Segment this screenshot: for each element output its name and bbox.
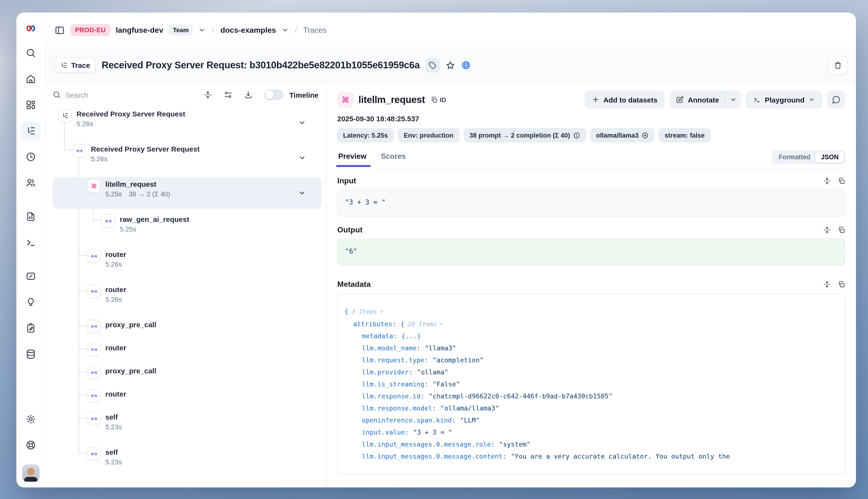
tree-node[interactable]: proxy_pre_call — [52, 364, 321, 384]
org-chevron-down-icon[interactable] — [198, 26, 206, 34]
arrows-icon — [87, 447, 100, 461]
message-icon — [832, 95, 841, 104]
icon-sidebar — [16, 13, 46, 487]
breadcrumb-project[interactable]: docs-examples — [220, 26, 276, 34]
tree-node[interactable]: Received Proxy Server Request5.26s — [52, 107, 321, 138]
comments-button[interactable] — [827, 90, 845, 109]
download-button[interactable] — [244, 90, 253, 99]
chevron-down-icon[interactable] — [298, 154, 306, 162]
trace-type-badge: Trace — [54, 58, 96, 73]
tree-node[interactable]: litellm_request5.25s38 → 2 (Σ 40) — [52, 177, 321, 209]
tree-node-label: Received Proxy Server Request — [91, 144, 321, 154]
copy-id-button[interactable]: ID — [431, 96, 446, 103]
observation-badges: Latency: 5.25sEnv: production38 prompt →… — [337, 128, 845, 143]
org-name[interactable]: langfuse-dev — [116, 26, 163, 34]
sidebar-item-evaluation[interactable] — [24, 269, 38, 283]
json-line[interactable]: llm.input_messages.0.message.content:"Yo… — [344, 450, 838, 462]
json-line[interactable]: input.value:"3 + 3 = " — [344, 426, 838, 438]
json-line[interactable]: llm.input_messages.0.message.role:"syste… — [344, 438, 838, 450]
breadcrumb-section[interactable]: Traces — [303, 26, 327, 34]
tree-node[interactable]: router — [52, 341, 321, 361]
collapse-all-button[interactable] — [204, 90, 212, 99]
tree-node[interactable]: router5.26s — [52, 247, 321, 279]
metadata-copy-button[interactable] — [838, 281, 845, 288]
trace-badge-label: Trace — [71, 61, 90, 69]
metadata-collapse-button[interactable] — [823, 281, 831, 288]
sidebar-item-dashboards[interactable] — [24, 98, 38, 112]
tree-node[interactable]: self5.23s — [52, 410, 321, 442]
input-collapse-button[interactable] — [823, 177, 831, 185]
tag-button[interactable] — [426, 58, 440, 72]
json-root-line[interactable]: {3 Items — [344, 305, 838, 318]
json-line[interactable]: llm.provider:"ollama" — [344, 366, 838, 378]
terminal-icon — [753, 96, 761, 104]
sidebar-item-users[interactable] — [24, 176, 38, 190]
sidebar-item-annotation[interactable] — [24, 321, 38, 335]
json-line[interactable]: attributes:{20 Items — [344, 318, 838, 330]
annotate-button[interactable]: Annotate — [670, 90, 725, 109]
tree-node-duration: 5.25s — [120, 225, 321, 234]
tree-node[interactable]: proxy_pre_call — [52, 318, 321, 337]
sidebar-item-sessions[interactable] — [24, 150, 38, 163]
org-type-badge: Team — [169, 25, 193, 36]
json-line[interactable]: llm.request.type:"acompletion" — [344, 354, 838, 366]
tree-node-label: proxy_pre_call — [105, 320, 321, 330]
json-line[interactable]: llm.is_streaming:"False" — [344, 378, 838, 390]
tree-node-duration: 5.23s — [105, 458, 321, 467]
json-line[interactable]: llm.response.id:"chatcmpl-d96622c0-c642-… — [344, 390, 838, 402]
tab-preview[interactable]: Preview — [337, 152, 367, 166]
search-input[interactable]: Search — [52, 90, 204, 99]
input-section-title: Input — [337, 177, 356, 185]
star-button[interactable] — [446, 60, 455, 70]
sidebar-item-support[interactable] — [24, 438, 38, 452]
view-settings-button[interactable] — [224, 90, 233, 99]
sidebar-item-home[interactable] — [24, 72, 38, 86]
output-content: "6" — [337, 239, 845, 266]
tree-node[interactable]: raw_gen_ai_request5.25s — [52, 212, 321, 244]
annotate-dropdown-button[interactable] — [726, 90, 741, 109]
arrows-icon — [73, 144, 86, 157]
json-line[interactable]: openinference.span.kind:"LLM" — [344, 414, 838, 426]
tree-node[interactable]: self5.23s — [52, 445, 321, 477]
pinwheel-icon — [87, 179, 100, 193]
generation-icon — [337, 92, 354, 108]
format-toggle: Formatted JSON — [772, 150, 845, 164]
edit-icon — [676, 96, 684, 104]
public-globe-button[interactable] — [461, 60, 471, 70]
sidebar-toggle-icon[interactable] — [54, 25, 65, 35]
sidebar-item-prompts[interactable] — [24, 210, 38, 223]
arrows-icon — [87, 366, 100, 379]
timeline-label: Timeline — [290, 91, 319, 99]
input-copy-button[interactable] — [838, 177, 845, 185]
sidebar-item-tracing[interactable] — [21, 121, 40, 141]
chevron-down-icon[interactable] — [298, 119, 306, 126]
user-avatar[interactable] — [22, 464, 39, 482]
delete-trace-button[interactable] — [828, 56, 847, 75]
add-to-datasets-button[interactable]: Add to datasets — [585, 90, 665, 109]
sidebar-item-datasets[interactable] — [24, 348, 38, 361]
span-tree: Received Proxy Server Request5.26s Recei… — [52, 107, 326, 477]
top-navigation: PROD-EU langfuse-dev Team / docs-example… — [46, 13, 856, 48]
project-chevron-down-icon[interactable] — [281, 26, 289, 34]
arrows-icon — [87, 249, 100, 263]
timeline-toggle[interactable] — [265, 89, 284, 100]
sidebar-item-settings[interactable] — [24, 412, 38, 426]
sidebar-item-playground[interactable] — [24, 236, 38, 249]
format-option-formatted[interactable]: Formatted — [773, 151, 816, 163]
tree-node-duration: 5.26s — [105, 260, 321, 269]
json-line[interactable]: metadata:{...} — [344, 330, 838, 342]
chevron-down-icon[interactable] — [298, 189, 306, 197]
arrows-icon — [87, 412, 100, 425]
tree-node[interactable]: router5.26s — [52, 282, 321, 314]
output-copy-button[interactable] — [838, 226, 845, 234]
playground-button[interactable]: Playground — [746, 90, 822, 109]
format-option-json[interactable]: JSON — [816, 151, 844, 163]
sidebar-item-insights[interactable] — [24, 295, 38, 309]
json-line[interactable]: llm.model_name:"llama3" — [344, 342, 838, 354]
tree-node[interactable]: router — [52, 387, 321, 406]
json-line[interactable]: llm.response.model:"ollama/llama3" — [344, 402, 838, 414]
tab-scores[interactable]: Scores — [380, 152, 406, 166]
sidebar-item-search[interactable] — [24, 46, 38, 60]
output-collapse-button[interactable] — [823, 226, 831, 234]
tree-node[interactable]: Received Proxy Server Request5.26s — [52, 142, 321, 174]
